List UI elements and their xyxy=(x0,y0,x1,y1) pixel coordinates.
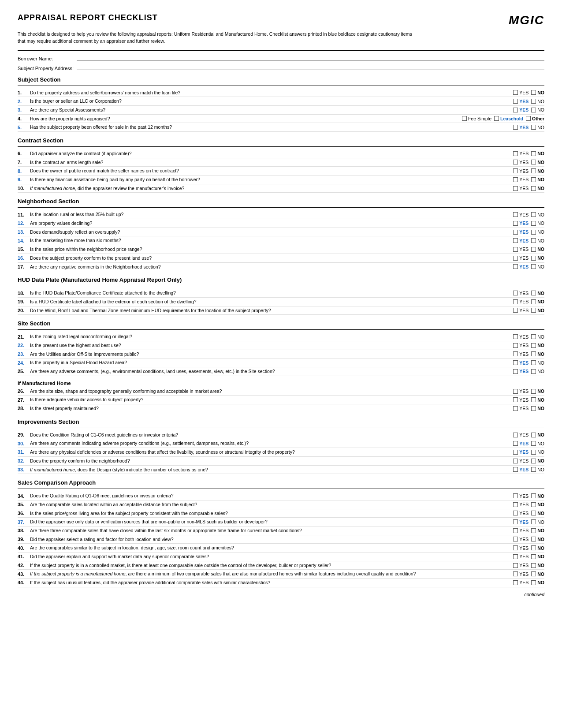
checkbox-label-yes[interactable]: YES xyxy=(513,563,529,568)
checkbox[interactable] xyxy=(531,450,536,455)
checkbox[interactable] xyxy=(513,554,518,559)
checkbox-label-no[interactable]: NO xyxy=(531,580,544,585)
checkbox[interactable] xyxy=(513,545,518,550)
checkbox[interactable] xyxy=(531,433,536,437)
borrower-name-field[interactable] xyxy=(77,53,544,60)
checkbox[interactable] xyxy=(513,360,518,365)
checkbox[interactable] xyxy=(531,537,536,541)
checkbox-label-yes[interactable]: YES xyxy=(513,343,529,348)
checkbox-label-yes[interactable]: YES xyxy=(513,511,529,516)
checkbox-label-yes[interactable]: YES xyxy=(513,360,529,366)
checkbox[interactable] xyxy=(513,151,518,156)
checkbox[interactable] xyxy=(531,168,536,173)
checkbox-label-no[interactable]: NO xyxy=(531,246,544,252)
checkbox[interactable] xyxy=(513,247,518,252)
checkbox[interactable] xyxy=(513,343,518,348)
checkbox[interactable] xyxy=(531,519,536,524)
checkbox-label-yes[interactable]: YES xyxy=(513,125,529,130)
checkbox[interactable] xyxy=(531,502,536,507)
checkbox[interactable] xyxy=(531,441,536,446)
checkbox-label-no[interactable]: NO xyxy=(531,264,544,269)
checkbox-label-yes[interactable]: YES xyxy=(513,493,529,499)
checkbox[interactable] xyxy=(531,299,536,304)
checkbox[interactable] xyxy=(513,177,518,182)
checkbox-label-yes[interactable]: YES xyxy=(513,388,529,394)
checkbox-label-yes[interactable]: YES xyxy=(513,255,529,261)
checkbox[interactable] xyxy=(513,186,518,191)
checkbox-label-yes[interactable]: YES xyxy=(513,351,529,357)
checkbox[interactable] xyxy=(513,291,518,295)
checkbox[interactable] xyxy=(531,256,536,261)
checkbox[interactable] xyxy=(531,160,536,164)
checkbox-label-no[interactable]: NO xyxy=(531,351,544,357)
checkbox-label-yes[interactable]: YES xyxy=(513,458,529,463)
checkbox-label-no[interactable]: NO xyxy=(531,458,544,463)
checkbox-label-yes[interactable]: YES xyxy=(513,369,529,374)
checkbox-label-yes[interactable]: YES xyxy=(513,571,529,577)
checkbox[interactable] xyxy=(513,90,518,95)
checkbox-label-yes[interactable]: YES xyxy=(513,168,529,174)
checkbox-label-no[interactable]: NO xyxy=(531,563,544,568)
checkbox[interactable] xyxy=(531,230,536,235)
checkbox[interactable] xyxy=(513,511,518,515)
checkbox[interactable] xyxy=(531,563,536,568)
checkbox-label-yes[interactable]: YES xyxy=(513,397,529,403)
checkbox-label-yes[interactable]: YES xyxy=(513,177,529,182)
checkbox-label-no[interactable]: NO xyxy=(531,299,544,304)
checkbox-label-no[interactable]: NO xyxy=(531,441,544,446)
checkbox[interactable] xyxy=(513,580,518,585)
checkbox-label-yes[interactable]: YES xyxy=(513,212,529,217)
checkbox[interactable] xyxy=(531,90,536,95)
checkbox[interactable] xyxy=(531,493,536,498)
checkbox[interactable] xyxy=(531,554,536,559)
checkbox-label-yes[interactable]: YES xyxy=(513,107,529,112)
checkbox[interactable] xyxy=(513,230,518,235)
checkbox-label-yes[interactable]: YES xyxy=(513,229,529,235)
checkbox[interactable] xyxy=(531,308,536,313)
checkbox-label-no[interactable]: NO xyxy=(531,291,544,296)
checkbox-label-yes[interactable]: YES xyxy=(513,151,529,156)
checkbox[interactable] xyxy=(531,528,536,533)
checkbox-label-no[interactable]: NO xyxy=(531,160,544,165)
checkbox-label-yes[interactable]: YES xyxy=(513,519,529,525)
checkbox-label-no[interactable]: NO xyxy=(531,467,544,472)
checkbox[interactable] xyxy=(531,238,536,243)
checkbox[interactable] xyxy=(513,238,518,243)
checkbox-label-no[interactable]: NO xyxy=(531,571,544,577)
checkbox[interactable] xyxy=(513,528,518,533)
checkbox-label-no[interactable]: NO xyxy=(531,177,544,182)
checkbox-label-yes[interactable]: YES xyxy=(513,441,529,446)
checkbox-label-yes[interactable]: YES xyxy=(513,334,529,340)
checkbox[interactable] xyxy=(513,571,518,576)
checkbox-label-no[interactable]: NO xyxy=(531,528,544,533)
address-field[interactable] xyxy=(77,63,544,70)
checkbox-label-no[interactable]: NO xyxy=(531,493,544,499)
checkbox-label-no[interactable]: NO xyxy=(531,107,544,112)
checkbox-label-no[interactable]: NO xyxy=(531,545,544,551)
checkbox[interactable] xyxy=(531,291,536,295)
checkbox[interactable] xyxy=(531,351,536,356)
checkbox-label-no[interactable]: NO xyxy=(531,369,544,374)
checkbox-label-no[interactable]: NO xyxy=(531,186,544,191)
checkbox-label-no[interactable]: NO xyxy=(531,229,544,235)
checkbox-label-no[interactable]: NO xyxy=(531,388,544,394)
checkbox[interactable] xyxy=(531,511,536,515)
checkbox[interactable] xyxy=(531,369,536,374)
checkbox-label-no[interactable]: NO xyxy=(531,334,544,340)
checkbox[interactable] xyxy=(513,406,518,411)
checkbox-label-no[interactable]: NO xyxy=(531,406,544,411)
checkbox-label-yes[interactable]: YES xyxy=(513,528,529,533)
checkbox-label-yes[interactable]: YES xyxy=(513,308,529,313)
checkbox-label-no[interactable]: NO xyxy=(531,308,544,313)
checkbox-label-yes[interactable]: YES xyxy=(513,246,529,252)
checkbox[interactable] xyxy=(531,580,536,585)
checkbox-label-yes[interactable]: YES xyxy=(513,299,529,304)
checkbox[interactable] xyxy=(531,360,536,365)
checkbox[interactable] xyxy=(531,389,536,394)
checkbox[interactable] xyxy=(513,467,518,472)
checkbox[interactable] xyxy=(513,397,518,402)
checkbox-label-yes[interactable]: YES xyxy=(513,90,529,95)
checkbox[interactable] xyxy=(513,256,518,261)
checkbox-label-no[interactable]: NO xyxy=(531,502,544,507)
checkbox-label-no[interactable]: NO xyxy=(531,238,544,243)
